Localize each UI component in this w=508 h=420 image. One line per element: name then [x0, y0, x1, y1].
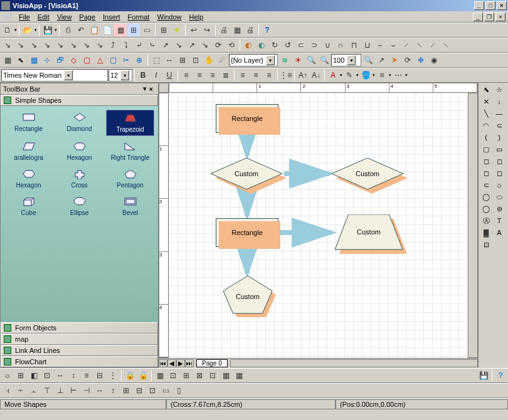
btool[interactable]: ≡: [80, 369, 93, 382]
tool-btn[interactable]: ⊞: [127, 24, 140, 36]
conn-btn[interactable]: ⟋: [426, 39, 439, 51]
conn-btn[interactable]: ↻: [268, 39, 281, 51]
conn-btn[interactable]: ◐: [255, 39, 268, 51]
btool[interactable]: ↕: [67, 369, 80, 382]
align-tool[interactable]: ⊞: [120, 384, 132, 397]
conn-btn[interactable]: ↘: [172, 39, 185, 51]
tool-btn[interactable]: ⊞: [157, 24, 170, 36]
tool-btn[interactable]: ⊞: [176, 54, 189, 66]
layer-combo[interactable]: {No Layer}▼: [229, 54, 278, 66]
mdi-close[interactable]: ×: [495, 13, 505, 21]
align-tool[interactable]: ⫠: [28, 384, 40, 397]
draw-tool[interactable]: ⊂: [480, 179, 492, 191]
tool-btn[interactable]: ▭: [140, 24, 153, 36]
align-justify-button[interactable]: ≣: [220, 69, 232, 81]
tool-btn[interactable]: ◉: [428, 54, 440, 66]
conn-btn[interactable]: ⊓: [347, 39, 360, 51]
conn-btn[interactable]: ↘: [93, 39, 106, 51]
conn-btn[interactable]: ↘: [14, 39, 27, 51]
conn-btn[interactable]: ↗: [186, 39, 198, 51]
conn-btn[interactable]: ◐: [242, 39, 255, 51]
conn-btn[interactable]: ↘: [28, 39, 40, 51]
btool[interactable]: ⊡: [167, 369, 179, 382]
tool-btn[interactable]: ▦: [114, 24, 127, 36]
tool-btn[interactable]: ᗘ: [388, 54, 401, 66]
conn-btn[interactable]: ∩: [334, 39, 347, 51]
align-tool[interactable]: ⫟: [14, 384, 27, 397]
draw-tool[interactable]: ⬭: [493, 191, 505, 202]
align-right-button[interactable]: ≡: [206, 69, 219, 81]
zoom-combo[interactable]: 100▼: [331, 54, 361, 66]
conn-btn[interactable]: ⟳: [212, 39, 225, 51]
conn-btn[interactable]: ⟍: [413, 39, 426, 51]
draw-tool[interactable]: ⊖: [493, 203, 505, 214]
align-tool[interactable]: ⫞: [1, 384, 14, 397]
tool-btn[interactable]: ▦: [231, 24, 243, 36]
valign-button[interactable]: ≡: [236, 69, 249, 81]
page-tab[interactable]: Page 0: [196, 359, 228, 367]
tool-btn[interactable]: ▢: [107, 54, 119, 66]
open-button[interactable]: 📂: [21, 24, 34, 36]
draw-tool[interactable]: ◻: [493, 155, 505, 167]
shape-stencil-rectangle[interactable]: Rectangle: [4, 110, 53, 136]
draw-tool[interactable]: ╲: [480, 108, 492, 119]
btool[interactable]: ▦: [233, 369, 245, 382]
canvas-shape-pentagon[interactable]: Custom: [223, 276, 277, 320]
conn-btn[interactable]: ⤷: [146, 39, 159, 51]
shape-stencil-cube[interactable]: Cube: [4, 194, 53, 219]
canvas-shape-rect[interactable]: Rectangle: [216, 104, 278, 133]
align-tool[interactable]: ▯: [172, 384, 185, 397]
draw-tool[interactable]: T: [493, 215, 505, 226]
align-tool[interactable]: ⊥: [54, 384, 66, 397]
draw-tool[interactable]: (: [480, 132, 492, 143]
conn-btn[interactable]: ⟲: [225, 39, 238, 51]
tool-btn[interactable]: ⊹: [41, 54, 53, 66]
conn-btn[interactable]: ⤶: [133, 39, 146, 51]
lineweight-button[interactable]: ≡: [376, 69, 388, 81]
align-tool[interactable]: ⊡: [146, 384, 159, 397]
draw-tool[interactable]: ⬉: [480, 84, 492, 95]
font-combo[interactable]: Times New Roman▼: [1, 69, 108, 81]
btool[interactable]: 🔒: [124, 369, 136, 382]
align-tool[interactable]: ↕: [107, 384, 119, 397]
btool[interactable]: ⊠: [193, 369, 206, 382]
page-first-button[interactable]: ⏮: [159, 359, 167, 367]
tool-btn[interactable]: ≋: [278, 54, 291, 66]
draw-tool[interactable]: ◯: [480, 191, 492, 202]
btool[interactable]: ◧: [28, 369, 40, 382]
conn-btn[interactable]: ⤴: [107, 39, 119, 51]
conn-btn[interactable]: ↘: [67, 39, 80, 51]
tool-btn[interactable]: ⬚: [150, 54, 162, 66]
btool[interactable]: ⊞: [14, 369, 27, 382]
draw-tool[interactable]: ◠: [480, 120, 492, 131]
draw-tool[interactable]: ▭: [493, 144, 505, 155]
btool[interactable]: ⊟: [93, 369, 106, 382]
page-last-button[interactable]: ⏭: [185, 359, 194, 367]
tool-btn[interactable]: ⟳: [401, 54, 414, 66]
conn-btn[interactable]: ⊂: [295, 39, 307, 51]
maximize-button[interactable]: □: [485, 1, 495, 10]
font-dec-button[interactable]: A↓: [310, 69, 322, 81]
menu-window[interactable]: Window: [153, 13, 185, 21]
fontsize-combo[interactable]: 12▼: [108, 69, 132, 81]
scrollbar-horizontal[interactable]: [230, 359, 478, 367]
menu-help[interactable]: Help: [186, 13, 208, 21]
btool[interactable]: ▦: [154, 369, 166, 382]
btool[interactable]: 🔓: [137, 369, 149, 382]
tool-btn[interactable]: ⊡: [189, 54, 202, 66]
draw-tool[interactable]: [493, 239, 505, 250]
fontcolor-button[interactable]: A: [327, 69, 339, 81]
menu-page[interactable]: Page: [75, 13, 99, 21]
tool-btn[interactable]: 🖨: [244, 24, 257, 36]
conn-btn[interactable]: ↗: [159, 39, 172, 51]
conn-btn[interactable]: ⊔: [361, 39, 373, 51]
shape-stencil-trapezoid[interactable]: Trapezoid: [106, 110, 154, 136]
draw-tool[interactable]: A: [493, 227, 505, 238]
mdi-restore[interactable]: ❐: [484, 13, 494, 21]
tool-btn[interactable]: ☀: [292, 54, 304, 66]
btool[interactable]: ⋮: [107, 369, 119, 382]
underline-button[interactable]: U: [163, 69, 176, 81]
btool[interactable]: 💾: [477, 369, 490, 382]
conn-btn[interactable]: ⟍: [440, 39, 452, 51]
tool-btn[interactable]: 🗗: [54, 54, 66, 66]
